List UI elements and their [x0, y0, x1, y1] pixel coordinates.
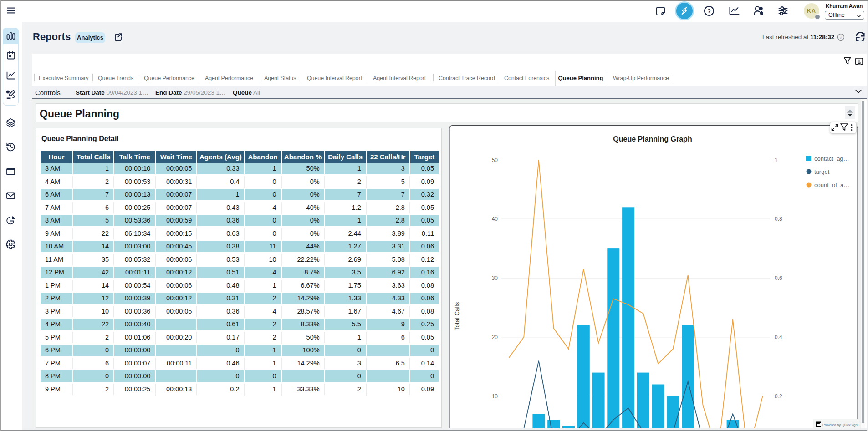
- svg-text:0.4: 0.4: [775, 334, 782, 340]
- svg-text:target: target: [814, 168, 830, 175]
- svg-text:Queue Planning Graph: Queue Planning Graph: [613, 135, 692, 143]
- svg-text:0.2: 0.2: [775, 393, 782, 400]
- svg-text:40: 40: [492, 216, 498, 222]
- svg-text:1: 1: [775, 157, 778, 163]
- svg-text:0.6: 0.6: [775, 275, 782, 281]
- svg-text:Total Calls: Total Calls: [454, 302, 460, 331]
- svg-text:?: ?: [707, 8, 711, 15]
- svg-text:10: 10: [492, 393, 498, 400]
- svg-text:30: 30: [492, 275, 498, 281]
- svg-text:20: 20: [492, 334, 498, 340]
- svg-text:contact_ag…: contact_ag…: [814, 155, 849, 162]
- svg-text:0.8: 0.8: [775, 216, 782, 222]
- svg-text:i: i: [840, 35, 842, 40]
- svg-text:count_of_a…: count_of_a…: [814, 182, 849, 188]
- svg-text:50: 50: [492, 157, 498, 163]
- svg-text:Powered by QuickSight: Powered by QuickSight: [822, 423, 859, 427]
